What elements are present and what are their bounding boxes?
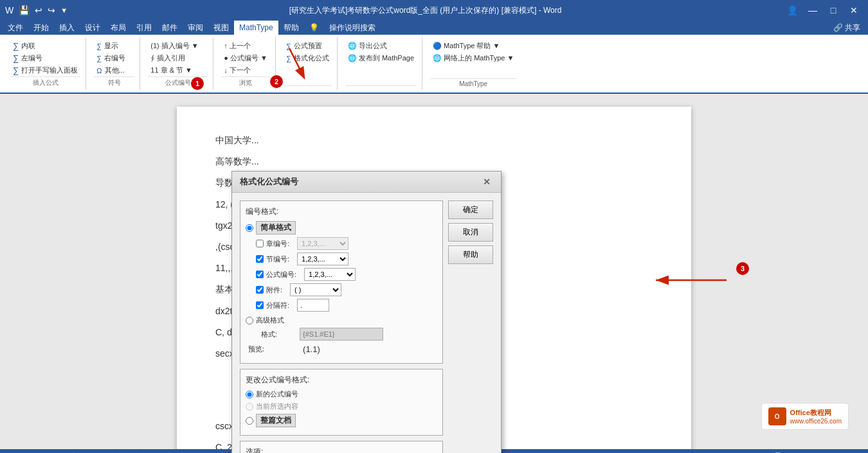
ribbon-arrow	[283, 42, 321, 82]
title-bar-title: [研究生入学考试]考研数学公式word版_全面 (用户上次保存的) [兼容模式]…	[68, 5, 783, 16]
ribbon-online-mathtype[interactable]: 🌐 网络上的 MathType ▼	[430, 52, 516, 64]
separator-label: 分隔符:	[266, 301, 289, 310]
selected-content-radio[interactable]	[246, 403, 253, 411]
advanced-format-row: 高级格式	[246, 315, 437, 325]
help-button[interactable]: 帮助	[448, 245, 493, 264]
preview-row: 预览: (1.1)	[246, 344, 437, 354]
change-format-label: 更改公式编号格式:	[246, 375, 437, 386]
ribbon-formula-browse[interactable]: ● 公式编号 ▼	[221, 52, 270, 64]
redo-icon[interactable]: ↪	[48, 5, 55, 15]
minimize-button[interactable]: —	[804, 3, 822, 17]
ribbon-chapter-section[interactable]: 11 章 & 节 ▼	[148, 64, 208, 76]
whole-doc-row: 整篇文档	[246, 414, 437, 427]
change-format-section: 更改公式编号格式: 新的公式编号 当前所选内容 整篇文档	[240, 369, 443, 436]
menu-view[interactable]: 视图	[208, 21, 234, 35]
customize-icon[interactable]: ▼	[60, 6, 68, 14]
chapter-num-checkbox[interactable]	[256, 240, 264, 247]
undo-icon[interactable]: ↩	[35, 5, 42, 15]
format-field-label: 格式:	[261, 330, 300, 339]
title-bar-controls: 👤 — □ ✕	[783, 3, 863, 17]
chapter-num-label: 章编号:	[266, 239, 289, 249]
new-formula-radio[interactable]	[246, 391, 253, 398]
menu-mailing[interactable]: 邮件	[157, 21, 183, 35]
simple-format-radio[interactable]	[246, 224, 253, 232]
advanced-format-label: 高级格式	[256, 315, 284, 325]
menu-layout[interactable]: 布局	[105, 21, 131, 35]
formula-num-select[interactable]: 1,2,3,...	[304, 268, 356, 281]
title-bar: W 💾 ↩ ↪ ▼ [研究生入学考试]考研数学公式word版_全面 (用户上次保…	[0, 0, 868, 21]
ribbon-next[interactable]: ↓ 下一个	[221, 64, 270, 76]
title-bar-left: W 💾 ↩ ↪ ▼	[5, 5, 68, 15]
menu-lightbulb-icon[interactable]: 💡	[304, 21, 324, 35]
group-label-preset	[284, 85, 332, 87]
ribbon-mathtype-help[interactable]: 🔵 MathType 帮助 ▼	[430, 40, 516, 52]
section-num-checkbox[interactable]	[256, 255, 264, 263]
close-button[interactable]: ✕	[845, 3, 863, 17]
group-label-mathtype: MathType	[430, 78, 516, 87]
ribbon-right-num[interactable]: ∑ 右编号	[94, 52, 134, 64]
new-formula-row: 新的公式编号	[246, 389, 437, 399]
dialog-main-content: 编号格式: 简单格式 章编号: 1,2,3,...	[240, 200, 443, 453]
appendix-label: 附件:	[266, 285, 282, 295]
selected-content-label: 当前所选内容	[256, 402, 298, 411]
group-label-publish	[345, 85, 417, 87]
format-formula-dialog[interactable]: 格式化公式编号 ✕ 编号格式: 简单格式	[231, 171, 502, 453]
menu-home[interactable]: 开始	[28, 21, 54, 35]
group-label-symbol: 符号	[94, 76, 134, 87]
menu-share[interactable]: 🔗 共享	[828, 21, 865, 35]
separator-checkbox[interactable]	[256, 301, 264, 309]
dialog-body: 编号格式: 简单格式 章编号: 1,2,3,...	[232, 193, 501, 453]
whole-doc-label: 整篇文档	[256, 414, 296, 427]
group-label-insert: 插入公式	[10, 76, 80, 87]
maximize-button[interactable]: □	[824, 3, 842, 17]
menu-help[interactable]: 帮助	[278, 21, 304, 35]
ribbon-insert-num[interactable]: (1) 插入编号 ▼	[148, 40, 208, 52]
ribbon-export[interactable]: 🌐 导出公式	[345, 40, 417, 52]
separator-input[interactable]	[297, 299, 329, 312]
advanced-format-radio[interactable]	[246, 317, 253, 324]
ribbon-left-num[interactable]: ∑ 左编号	[10, 52, 80, 64]
chapter-num-select[interactable]: 1,2,3,...	[297, 237, 348, 250]
ribbon-other[interactable]: Ω 其他...	[94, 64, 134, 76]
numbering-format-label: 编号格式:	[246, 206, 437, 217]
confirm-button[interactable]: 确定	[448, 200, 493, 219]
menu-file[interactable]: 文件	[3, 21, 28, 35]
menu-bar: 文件 开始 插入 设计 布局 引用 邮件 审阅 视图 MathType 帮助 💡…	[0, 21, 868, 35]
section-num-label: 节编号:	[266, 254, 289, 264]
annotation-circle-2: 2	[270, 75, 283, 88]
menu-design[interactable]: 设计	[80, 21, 105, 35]
save-icon[interactable]: 💾	[19, 5, 30, 15]
menu-insert[interactable]: 插入	[54, 21, 80, 35]
red-arrow	[649, 267, 727, 295]
ribbon-publish[interactable]: 🌐 发布到 MathPage	[345, 52, 417, 64]
simple-format-label: 简单格式	[256, 221, 296, 235]
format-input[interactable]	[300, 328, 383, 341]
menu-mathtype[interactable]: MathType	[234, 21, 278, 35]
word-icon: W	[5, 5, 14, 15]
ribbon-insert-ref[interactable]: ∮ 插入引用	[148, 52, 208, 64]
cancel-button[interactable]: 取消	[448, 223, 493, 242]
selected-content-row: 当前所选内容	[246, 402, 437, 411]
ribbon-inline[interactable]: ∑ 内联	[10, 40, 80, 52]
options-label: 选项:	[246, 447, 437, 453]
section-num-row: 节编号: 1,2,3,...	[246, 253, 437, 265]
ribbon-display[interactable]: ∑ 显示	[94, 40, 134, 52]
ribbon-handwrite[interactable]: ∑ 打开手写输入面板	[10, 64, 80, 76]
whole-doc-radio[interactable]	[246, 417, 253, 425]
appendix-checkbox[interactable]	[256, 286, 264, 294]
appendix-select[interactable]: ( )	[290, 283, 341, 296]
menu-references[interactable]: 引用	[131, 21, 157, 35]
chapter-num-row: 章编号: 1,2,3,...	[246, 237, 437, 250]
options-section: 选项: 自动更新公式编号 当插入第一个公式编号时发出警告 当插入公式引用时发出警…	[240, 441, 443, 453]
formula-num-label: 公式编号:	[266, 270, 296, 280]
menu-review[interactable]: 审阅	[183, 21, 208, 35]
user-icon[interactable]: 👤	[783, 3, 801, 17]
ribbon-prev[interactable]: ↑ 上一个	[221, 40, 270, 52]
menu-search[interactable]: 操作说明搜索	[324, 21, 381, 35]
section-num-select[interactable]: 1,2,3,...	[297, 253, 348, 265]
dialog-title-text: 格式化公式编号	[240, 176, 298, 188]
formula-num-checkbox[interactable]	[256, 271, 264, 278]
group-label-browse: 浏览	[221, 76, 270, 87]
preview-label: 预览:	[248, 344, 264, 354]
dialog-close-button[interactable]: ✕	[480, 175, 493, 188]
